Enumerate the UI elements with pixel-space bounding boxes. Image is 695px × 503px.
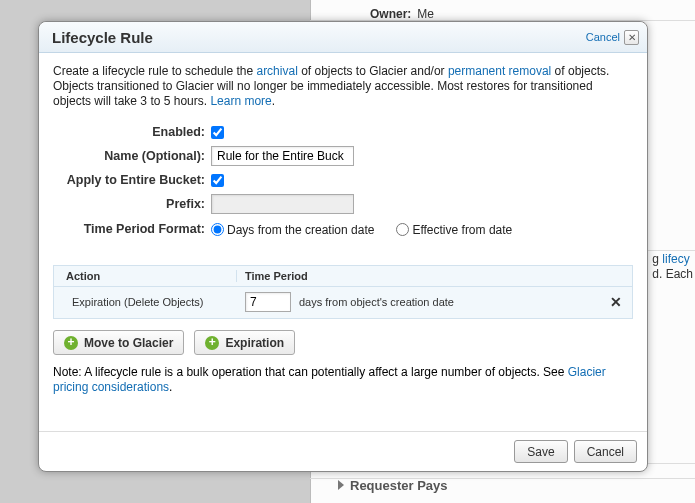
rule-time-cell: days from object's creation date [237, 292, 624, 312]
dialog-header: Lifecycle Rule Cancel ✕ [39, 22, 647, 53]
apply-row: Apply to Entire Bucket: [53, 173, 633, 187]
dialog-body: Create a lifecycle rule to schedule the … [39, 53, 647, 255]
plus-icon: + [205, 336, 219, 350]
learn-more-link[interactable]: Learn more [210, 94, 271, 108]
enabled-label: Enabled: [53, 125, 211, 139]
apply-entire-bucket-checkbox[interactable] [211, 174, 224, 187]
move-to-glacier-button[interactable]: + Move to Glacier [53, 330, 184, 355]
intro-text: Create a lifecycle rule to schedule the … [53, 64, 633, 109]
cancel-button[interactable]: Cancel [574, 440, 637, 463]
radio-effective-input[interactable] [396, 223, 409, 236]
name-input[interactable] [211, 146, 354, 166]
rule-action-text: Expiration (Delete Objects) [62, 296, 237, 308]
time-format-radio-group: Days from the creation date Effective fr… [211, 221, 512, 237]
owner-label: Owner: [370, 7, 411, 21]
rule-row: Expiration (Delete Objects) days from ob… [54, 286, 632, 318]
dialog-title: Lifecycle Rule [52, 29, 586, 46]
close-icon[interactable]: ✕ [624, 30, 639, 45]
name-row: Name (Optional): [53, 146, 633, 166]
name-label: Name (Optional): [53, 149, 211, 163]
lifecycle-rule-dialog: Lifecycle Rule Cancel ✕ Create a lifecyc… [38, 21, 648, 472]
enabled-checkbox[interactable] [211, 126, 224, 139]
col-action: Action [62, 270, 237, 282]
days-suffix: days from object's creation date [299, 296, 454, 308]
time-format-row: Time Period Format: Days from the creati… [53, 221, 633, 237]
rules-table-header: Action Time Period [54, 266, 632, 286]
caret-right-icon [338, 480, 344, 490]
dialog-footer: Save Cancel [39, 431, 647, 471]
add-rule-buttons: + Move to Glacier + Expiration [39, 325, 647, 365]
radio-days-input[interactable] [211, 223, 224, 236]
apply-label: Apply to Entire Bucket: [53, 173, 211, 187]
radio-effective-date[interactable]: Effective from date [396, 223, 512, 237]
requester-pays-row[interactable]: Requester Pays [338, 478, 448, 493]
owner-value: Me [417, 7, 434, 21]
expiration-button[interactable]: + Expiration [194, 330, 295, 355]
save-button[interactable]: Save [514, 440, 567, 463]
remove-rule-icon[interactable]: ✕ [610, 294, 622, 310]
archival-link[interactable]: archival [256, 64, 297, 78]
days-input[interactable] [245, 292, 291, 312]
plus-icon: + [64, 336, 78, 350]
prefix-input [211, 194, 354, 214]
cancel-link[interactable]: Cancel [586, 31, 620, 43]
prefix-row: Prefix: [53, 194, 633, 214]
note-text: Note: A lifecycle rule is a bulk operati… [39, 365, 647, 405]
radio-days-creation[interactable]: Days from the creation date [211, 223, 374, 237]
bg-hint-text: g lifecy d. Each [652, 252, 693, 282]
time-format-label: Time Period Format: [53, 222, 211, 236]
permanent-removal-link[interactable]: permanent removal [448, 64, 551, 78]
col-time: Time Period [237, 270, 624, 282]
lifecycle-link-fragment[interactable]: lifecy [662, 252, 689, 266]
prefix-label: Prefix: [53, 197, 211, 211]
enabled-row: Enabled: [53, 125, 633, 139]
rules-table: Action Time Period Expiration (Delete Ob… [53, 265, 633, 319]
